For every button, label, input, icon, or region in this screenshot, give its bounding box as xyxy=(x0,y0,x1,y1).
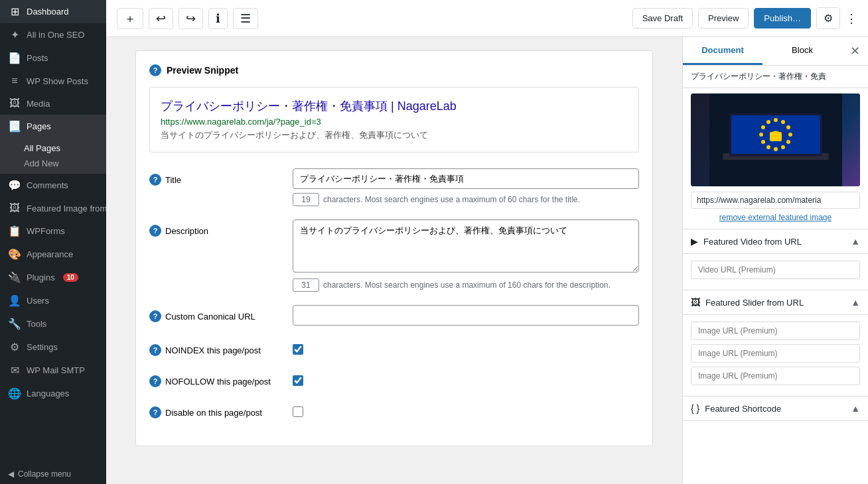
preview-snippet-help-icon[interactable]: ? xyxy=(149,64,161,76)
sidebar-sub-all-pages[interactable]: All Pages xyxy=(0,141,106,156)
title-label-col: ? Title xyxy=(149,168,282,186)
noindex-help-icon[interactable]: ? xyxy=(149,344,161,356)
preview-snippet-header: ? Preview Snippet xyxy=(149,64,639,76)
panel-close-button[interactable]: ✕ xyxy=(842,37,868,65)
snippet-description: 当サイトのプライバシーポリシーおよび、著作権、免責事項について xyxy=(161,129,628,141)
featured-shortcode-section-header[interactable]: { } Featured Shortcode ▲ xyxy=(683,396,868,421)
add-block-button[interactable]: ＋ xyxy=(117,8,143,29)
save-draft-button[interactable]: Save Draft xyxy=(632,8,693,29)
svg-point-7 xyxy=(788,133,792,137)
slider-url-input-1[interactable] xyxy=(691,322,860,340)
canonical-url-input[interactable] xyxy=(293,305,639,326)
svg-point-13 xyxy=(759,133,763,137)
sidebar-item-posts[interactable]: 📄 Posts xyxy=(0,46,106,70)
description-char-hint: characters. Most search engines use a ma… xyxy=(323,280,611,290)
sidebar-item-appearance[interactable]: 🎨 Appearance xyxy=(0,243,106,266)
languages-icon: 🌐 xyxy=(8,387,21,400)
publish-button[interactable]: Publish… xyxy=(754,8,811,29)
svg-point-15 xyxy=(766,120,770,124)
featured-image-placeholder xyxy=(691,93,860,186)
collapse-menu-button[interactable]: ◀ Collapse menu xyxy=(0,464,106,484)
media-icon: 🖼 xyxy=(8,97,21,109)
sidebar-item-plugins[interactable]: 🔌 Plugins 10 xyxy=(0,266,106,289)
sidebar-item-label: Dashboard xyxy=(27,7,69,17)
canonical-url-row: ? Custom Canonical URL xyxy=(149,305,639,326)
svg-point-6 xyxy=(786,125,790,129)
nofollow-checkbox[interactable] xyxy=(293,375,303,386)
sidebar-item-comments[interactable]: 💬 Comments xyxy=(0,174,106,197)
featured-image-preview xyxy=(691,93,860,186)
nofollow-help-icon[interactable]: ? xyxy=(149,375,161,387)
sidebar-item-media[interactable]: 🖼 Media xyxy=(0,92,106,115)
redo-button[interactable]: ↪ xyxy=(179,8,203,29)
disable-label-col: ? Disable on this page/post xyxy=(149,401,282,418)
sidebar-item-featured-image[interactable]: 🖼 Featured Image from URL xyxy=(0,197,106,219)
more-options-button[interactable]: ⋮ xyxy=(845,11,857,26)
description-help-icon[interactable]: ? xyxy=(149,225,161,237)
disable-label: Disable on this page/post xyxy=(165,408,262,418)
sidebar-item-label: Plugins xyxy=(27,272,55,282)
sidebar-item-wp-show-posts[interactable]: ≡ WP Show Posts xyxy=(0,70,106,92)
sidebar-item-label: Users xyxy=(27,296,49,306)
svg-point-12 xyxy=(761,140,765,144)
slider-url-input-2[interactable] xyxy=(691,344,860,363)
sidebar-item-label: Comments xyxy=(27,180,68,190)
video-url-input[interactable] xyxy=(691,261,860,279)
sidebar-item-aioseo[interactable]: ✦ All in One SEO xyxy=(0,23,106,46)
featured-video-section-header[interactable]: ▶ Featured Video from URL ▲ xyxy=(683,229,868,254)
sidebar-item-users[interactable]: 👤 Users xyxy=(0,289,106,312)
sidebar-item-wp-mail-smtp[interactable]: ✉ WP Mail SMTP xyxy=(0,359,106,382)
users-icon: 👤 xyxy=(8,294,21,307)
content-wrapper: ? Preview Snippet プライバシーポリシー・著作権・免責事項 | … xyxy=(106,37,868,484)
sidebar-sub-add-new[interactable]: Add New xyxy=(0,156,106,171)
tab-document[interactable]: Document xyxy=(683,37,762,65)
sidebar-item-wpforms[interactable]: 📋 WPForms xyxy=(0,219,106,243)
sidebar-item-tools[interactable]: 🔧 Tools xyxy=(0,312,106,335)
preview-button[interactable]: Preview xyxy=(698,8,749,29)
snippet-preview: プライバシーポリシー・著作権・免責事項 | NagareLab https://… xyxy=(149,87,639,152)
settings-gear-button[interactable]: ⚙ xyxy=(816,7,840,29)
sidebar-item-settings[interactable]: ⚙ Settings xyxy=(0,335,106,359)
undo-button[interactable]: ↩ xyxy=(149,8,173,29)
featured-image-url-input[interactable] xyxy=(691,192,860,209)
sidebar-item-label: Posts xyxy=(27,53,48,63)
snippet-title[interactable]: プライバシーポリシー・著作権・免責事項 | NagareLab xyxy=(161,98,628,114)
canonical-url-label: Custom Canonical URL xyxy=(165,312,255,322)
right-panel: Document Block ✕ プライバシーポリシー・著作権・免責 xyxy=(682,37,868,484)
description-textarea[interactable]: 当サイトのプライバシーポリシーおよび、著作権、免責事項について xyxy=(293,219,639,272)
editor-area: ? Preview Snippet プライバシーポリシー・著作権・免責事項 | … xyxy=(106,37,682,484)
info-button[interactable]: ℹ xyxy=(208,8,228,29)
sidebar-item-languages[interactable]: 🌐 Languages xyxy=(0,382,106,405)
noindex-checkbox[interactable] xyxy=(293,344,303,355)
video-icon: ▶ xyxy=(691,236,698,247)
disable-checkbox[interactable] xyxy=(293,406,303,417)
featured-shortcode-label: Featured Shortcode xyxy=(705,404,781,414)
sidebar-item-pages[interactable]: 📃 Pages xyxy=(0,115,106,138)
shortcode-collapse-icon: ▲ xyxy=(851,403,860,414)
sidebar-item-label: Languages xyxy=(27,389,69,398)
canonical-url-help-icon[interactable]: ? xyxy=(149,310,161,322)
description-char-count-row: 31 characters. Most search engines use a… xyxy=(293,278,639,292)
sidebar-item-dashboard[interactable]: ⊞ Dashboard xyxy=(0,0,106,23)
slider-url-input-3[interactable] xyxy=(691,367,860,385)
title-help-icon[interactable]: ? xyxy=(149,174,161,186)
sidebar-item-label: WPForms xyxy=(27,226,65,236)
description-label: Description xyxy=(165,226,208,236)
title-input[interactable] xyxy=(293,168,639,189)
featured-shortcode-title: { } Featured Shortcode xyxy=(691,403,781,414)
featured-image-title-row: プライバシーポリシー・著作権・免責 xyxy=(683,66,868,88)
sidebar: ⊞ Dashboard ✦ All in One SEO 📄 Posts ≡ W… xyxy=(0,0,106,484)
remove-featured-image-link[interactable]: remove external featured image xyxy=(691,212,860,223)
featured-video-body xyxy=(683,254,868,290)
featured-slider-section-header[interactable]: 🖼 Featured Slider from URL ▲ xyxy=(683,290,868,315)
disable-help-icon[interactable]: ? xyxy=(149,406,161,418)
sidebar-item-label: Appearance xyxy=(27,249,73,259)
svg-point-8 xyxy=(786,140,790,144)
tab-block[interactable]: Block xyxy=(762,37,842,65)
featured-slider-title: 🖼 Featured Slider from URL xyxy=(691,297,804,308)
wpforms-icon: 📋 xyxy=(8,225,21,237)
title-field-col: 19 characters. Most search engines use a… xyxy=(293,168,639,206)
sidebar-item-label: Pages xyxy=(27,121,51,131)
nofollow-label-col: ? NOFOLLOW this page/post xyxy=(149,370,282,387)
list-view-button[interactable]: ☰ xyxy=(233,8,258,29)
